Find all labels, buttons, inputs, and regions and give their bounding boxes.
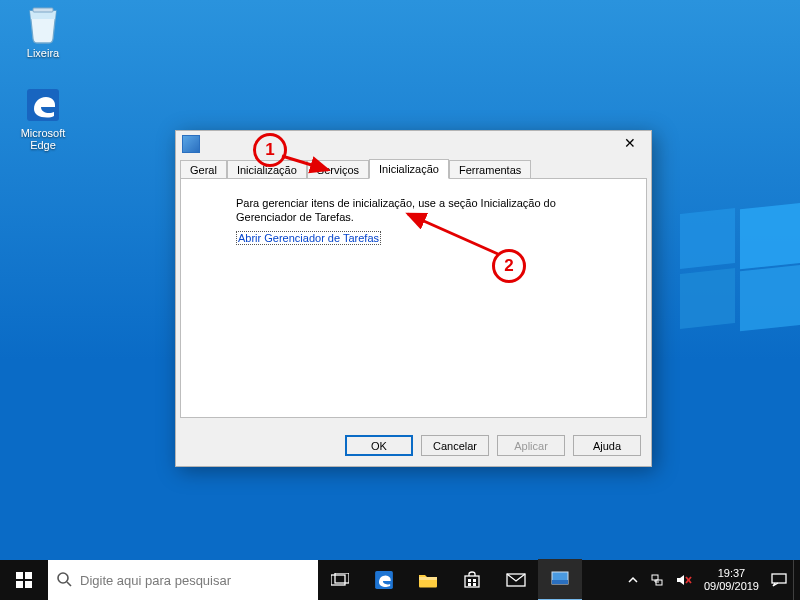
cancel-button[interactable]: Cancelar — [421, 435, 489, 456]
show-desktop-button[interactable] — [793, 560, 800, 600]
svg-line-9 — [67, 582, 71, 586]
mail-icon — [506, 573, 526, 587]
svg-rect-15 — [468, 579, 471, 582]
tab-tools[interactable]: Ferramentas — [449, 160, 531, 179]
search-placeholder: Digite aqui para pesquisar — [80, 573, 231, 588]
folder-icon — [418, 572, 438, 588]
svg-rect-17 — [468, 583, 471, 586]
dialog-titlebar[interactable]: ✕ — [176, 131, 651, 157]
msconfig-icon — [551, 571, 569, 587]
annotation-number: 1 — [265, 140, 274, 160]
svg-point-8 — [58, 573, 68, 583]
taskbar-search[interactable]: Digite aqui para pesquisar — [48, 560, 318, 600]
desktop-icon-label: Lixeira — [8, 47, 78, 59]
desktop-icon-edge[interactable]: Microsoft Edge — [8, 85, 78, 151]
close-button[interactable]: ✕ — [615, 134, 645, 154]
edge-icon — [374, 570, 394, 590]
windows-logo-decoration — [680, 205, 800, 365]
taskbar-app-mail[interactable] — [494, 560, 538, 600]
recycle-bin-icon — [23, 5, 63, 45]
action-center-button[interactable] — [765, 560, 793, 600]
ok-button[interactable]: OK — [345, 435, 413, 456]
svg-line-2 — [282, 156, 328, 170]
notification-icon — [771, 573, 787, 587]
edge-icon — [23, 85, 63, 125]
task-view-icon — [331, 573, 349, 587]
taskbar-clock[interactable]: 19:37 09/09/2019 — [698, 567, 765, 592]
tray-network-button[interactable] — [644, 560, 670, 600]
tab-startup[interactable]: Inicialização — [369, 159, 449, 179]
tray-volume-button[interactable] — [670, 560, 698, 600]
chevron-up-icon — [628, 575, 638, 585]
svg-rect-0 — [33, 8, 53, 12]
task-view-button[interactable] — [318, 560, 362, 600]
svg-rect-28 — [772, 574, 786, 583]
svg-line-3 — [408, 214, 498, 254]
msconfig-app-icon — [182, 135, 200, 153]
desktop: Lixeira Microsoft Edge ✕ Geral Inicializ… — [0, 0, 800, 600]
dialog-tabstrip: Geral Inicialização Serviços Inicializaç… — [176, 157, 651, 178]
svg-rect-18 — [473, 583, 476, 586]
taskbar-app-file-explorer[interactable] — [406, 560, 450, 600]
taskbar-app-edge[interactable] — [362, 560, 406, 600]
svg-rect-6 — [16, 581, 23, 588]
dialog-button-row: OK Cancelar Aplicar Ajuda — [345, 435, 641, 456]
tray-overflow-button[interactable] — [622, 560, 644, 600]
clock-date: 09/09/2019 — [704, 580, 759, 593]
svg-rect-21 — [552, 580, 568, 584]
taskbar: Digite aqui para pesquisar — [0, 560, 800, 600]
apply-button: Aplicar — [497, 435, 565, 456]
desktop-icon-recycle-bin[interactable]: Lixeira — [8, 5, 78, 59]
taskbar-app-msconfig[interactable] — [538, 559, 582, 600]
svg-rect-14 — [465, 576, 479, 587]
tab-general[interactable]: Geral — [180, 160, 227, 179]
annotation-arrow-1 — [280, 152, 340, 178]
svg-rect-22 — [652, 575, 658, 580]
network-icon — [650, 573, 664, 587]
clock-time: 19:37 — [704, 567, 759, 580]
svg-rect-16 — [473, 579, 476, 582]
windows-start-icon — [16, 572, 32, 588]
svg-rect-4 — [16, 572, 23, 579]
svg-rect-7 — [25, 581, 32, 588]
msconfig-dialog: ✕ Geral Inicialização Serviços Inicializ… — [175, 130, 652, 467]
svg-rect-13 — [419, 577, 437, 580]
svg-rect-5 — [25, 572, 32, 579]
open-task-manager-link[interactable]: Abrir Gerenciador de Tarefas — [236, 231, 381, 245]
volume-muted-icon — [676, 573, 692, 587]
taskbar-app-store[interactable] — [450, 560, 494, 600]
start-button[interactable] — [0, 560, 48, 600]
store-icon — [463, 571, 481, 589]
system-tray: 19:37 09/09/2019 — [622, 560, 800, 600]
desktop-icon-label: Microsoft Edge — [8, 127, 78, 151]
help-button[interactable]: Ajuda — [573, 435, 641, 456]
annotation-arrow-2 — [398, 208, 508, 264]
search-icon — [56, 571, 72, 590]
